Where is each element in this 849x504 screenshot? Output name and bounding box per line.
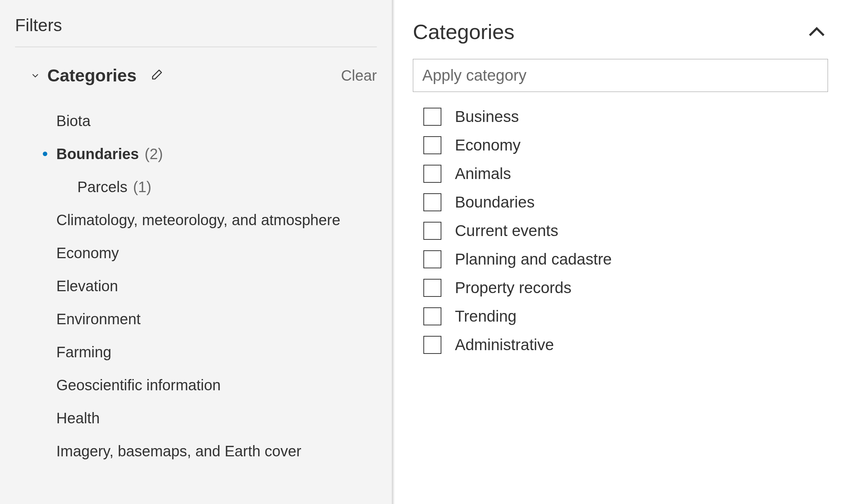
tree-item-label: Environment <box>56 311 141 327</box>
filters-panel: Filters Categories Clear BiotaBoundaries… <box>0 0 392 504</box>
tree-item[interactable]: Health <box>56 402 377 435</box>
tree-item-text: Farming <box>56 342 111 362</box>
check-item[interactable]: Current events <box>423 217 828 245</box>
categories-tree: BiotaBoundaries (2)Parcels (1)Climatolog… <box>15 104 377 468</box>
check-label: Boundaries <box>455 193 534 211</box>
check-item[interactable]: Trending <box>423 302 828 331</box>
tree-item-text: Elevation <box>56 276 118 296</box>
edit-icon[interactable] <box>148 67 164 84</box>
tree-item-text: Geoscientific information <box>56 375 221 395</box>
tree-item-count: (2) <box>140 146 163 162</box>
checkbox[interactable] <box>423 193 441 211</box>
filters-title: Filters <box>15 15 377 47</box>
tree-child-item[interactable]: Parcels (1) <box>56 170 377 203</box>
check-item[interactable]: Economy <box>423 131 828 159</box>
apply-category-input[interactable] <box>413 59 828 92</box>
checkbox[interactable] <box>423 307 441 325</box>
check-label: Animals <box>455 165 511 183</box>
checkbox[interactable] <box>423 108 441 126</box>
tree-item[interactable]: Farming <box>56 335 377 369</box>
selected-bullet-icon <box>43 152 47 156</box>
tree-item-label: Climatology, meteorology, and atmosphere <box>56 212 340 228</box>
tree-item[interactable]: Boundaries (2) <box>56 137 377 170</box>
checkbox[interactable] <box>423 222 441 240</box>
check-label: Administrative <box>455 336 554 354</box>
check-label: Property records <box>455 279 571 297</box>
tree-item-label: Elevation <box>56 278 118 294</box>
check-label: Trending <box>455 307 516 325</box>
tree-item-label: Biota <box>56 113 90 129</box>
tree-item-label: Economy <box>56 245 119 261</box>
checkbox[interactable] <box>423 250 441 268</box>
chevron-up-icon[interactable] <box>805 21 828 43</box>
tree-item-text: Imagery, basemaps, and Earth cover <box>56 441 301 461</box>
tree-item-label: Geoscientific information <box>56 377 221 393</box>
checkbox[interactable] <box>423 136 441 154</box>
tree-item-label: Boundaries <box>56 146 139 162</box>
tree-item-text: Parcels (1) <box>77 177 151 197</box>
tree-item-text: Biota <box>56 111 90 131</box>
tree-item-text: Economy <box>56 243 119 263</box>
tree-item[interactable]: Economy <box>56 236 377 269</box>
checkbox[interactable] <box>423 336 441 354</box>
check-label: Planning and cadastre <box>455 250 612 268</box>
tree-item-label: Parcels <box>77 179 127 195</box>
categories-section-header[interactable]: Categories Clear <box>15 65 377 86</box>
tree-item-label: Imagery, basemaps, and Earth cover <box>56 443 301 459</box>
tree-item[interactable]: Climatology, meteorology, and atmosphere <box>56 203 377 236</box>
categories-apply-panel: Categories BusinessEconomyAnimalsBoundar… <box>392 0 849 504</box>
chevron-down-icon[interactable] <box>30 70 41 81</box>
check-item[interactable]: Administrative <box>423 331 828 359</box>
tree-item-label: Health <box>56 410 100 426</box>
checkbox[interactable] <box>423 165 441 183</box>
tree-item[interactable]: Geoscientific information <box>56 369 377 402</box>
checkbox[interactable] <box>423 279 441 297</box>
clear-button[interactable]: Clear <box>341 67 377 84</box>
tree-item-text: Climatology, meteorology, and atmosphere <box>56 210 340 230</box>
categories-checklist: BusinessEconomyAnimalsBoundariesCurrent … <box>413 102 828 359</box>
check-label: Business <box>455 108 519 126</box>
categories-apply-header[interactable]: Categories <box>413 20 828 44</box>
tree-item-label: Farming <box>56 344 111 360</box>
check-item[interactable]: Business <box>423 102 828 131</box>
tree-item[interactable]: Imagery, basemaps, and Earth cover <box>56 435 377 468</box>
tree-item[interactable]: Biota <box>56 104 377 137</box>
tree-item-text: Health <box>56 408 100 428</box>
tree-item[interactable]: Elevation <box>56 269 377 302</box>
check-item[interactable]: Boundaries <box>423 188 828 217</box>
categories-apply-title: Categories <box>413 20 515 44</box>
check-item[interactable]: Planning and cadastre <box>423 245 828 274</box>
check-label: Economy <box>455 136 521 154</box>
tree-item-text: Environment <box>56 309 141 329</box>
check-label: Current events <box>455 222 558 240</box>
tree-item-count: (1) <box>129 179 151 195</box>
tree-item-text: Boundaries (2) <box>56 144 163 164</box>
check-item[interactable]: Property records <box>423 274 828 302</box>
categories-section-title: Categories <box>47 65 137 86</box>
tree-item[interactable]: Environment <box>56 302 377 335</box>
check-item[interactable]: Animals <box>423 159 828 188</box>
